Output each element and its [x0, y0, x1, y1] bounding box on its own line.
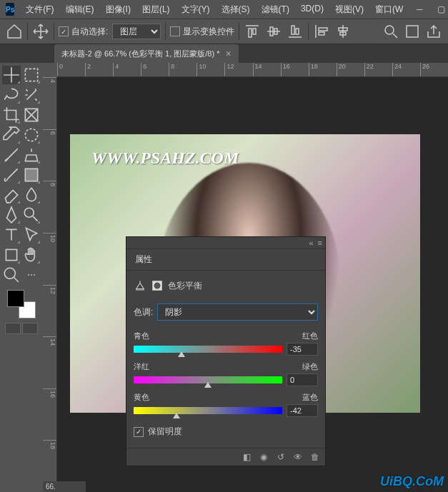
- clone-stamp-tool[interactable]: [22, 146, 41, 164]
- vertical-ruler[interactable]: 4681012141618: [43, 77, 57, 492]
- yellow-blue-track[interactable]: [134, 407, 282, 414]
- lasso-tool[interactable]: [2, 86, 21, 104]
- document-tabs: 未标题-2 @ 66.7% (色彩平衡 1, 图层蒙版/8) * ×: [0, 44, 448, 63]
- align-top-icon[interactable]: [244, 23, 261, 40]
- zoom-tool[interactable]: [2, 266, 21, 284]
- image-watermark: WWW.PSAHZ.COM: [91, 149, 239, 168]
- yellow-blue-thumb[interactable]: [173, 413, 180, 418]
- magenta-green-thumb[interactable]: [204, 382, 211, 388]
- rect-marquee-tool[interactable]: [22, 66, 41, 84]
- screen-mode-toggle[interactable]: [22, 323, 38, 334]
- crop-tool[interactable]: [2, 106, 21, 124]
- move-tool-icon[interactable]: [32, 23, 49, 40]
- menu-image[interactable]: 图像(I): [100, 1, 136, 19]
- patch-tool[interactable]: [22, 126, 41, 144]
- cyan-red-thumb[interactable]: [178, 351, 185, 357]
- view-previous-icon[interactable]: ◉: [258, 451, 269, 463]
- magic-wand-tool[interactable]: [22, 86, 41, 104]
- svg-point-7: [4, 268, 15, 278]
- reset-icon[interactable]: ↺: [275, 451, 287, 463]
- gradient-tool[interactable]: [22, 166, 41, 184]
- toolbox: ⋯: [0, 63, 43, 492]
- eyedropper-tool[interactable]: [2, 126, 21, 144]
- menu-view[interactable]: 视图(V): [329, 1, 369, 19]
- magenta-green-value[interactable]: [287, 373, 318, 386]
- magenta-green-slider: 洋红绿色: [134, 361, 318, 386]
- foreground-color[interactable]: [7, 290, 24, 307]
- menu-layer[interactable]: 图层(L): [136, 1, 176, 19]
- svg-rect-1: [407, 26, 418, 37]
- cyan-red-slider: 青色红色: [134, 331, 318, 356]
- adjustment-header: 色彩平衡: [134, 276, 318, 299]
- preserve-luminosity-checkbox[interactable]: 保留明度: [134, 426, 318, 438]
- menu-file[interactable]: 文件(F): [20, 1, 59, 19]
- move-tool[interactable]: [2, 66, 21, 84]
- hand-tool[interactable]: [22, 246, 41, 264]
- color-balance-icon: [134, 279, 146, 292]
- dodge-tool[interactable]: [22, 206, 41, 224]
- zoom-field[interactable]: 66.: [43, 481, 86, 492]
- eraser-tool[interactable]: [2, 186, 21, 204]
- edit-toolbar[interactable]: ⋯: [22, 266, 41, 284]
- adjustment-title: 色彩平衡: [168, 280, 202, 292]
- tone-dropdown[interactable]: 阴影: [157, 303, 318, 321]
- document-tab-title: 未标题-2 @ 66.7% (色彩平衡 1, 图层蒙版/8) *: [61, 49, 219, 59]
- brush-tool[interactable]: [2, 146, 21, 164]
- align-bottom-icon[interactable]: [287, 23, 304, 40]
- cyan-red-value[interactable]: [287, 343, 318, 356]
- mask-icon[interactable]: [151, 279, 164, 292]
- search-icon[interactable]: [382, 23, 399, 40]
- screen-mode-buttons: [5, 323, 38, 334]
- blur-tool[interactable]: [22, 186, 41, 204]
- window-controls: ─ ▢ ✕: [409, 0, 448, 19]
- magenta-green-track[interactable]: [134, 376, 282, 383]
- ruler-origin[interactable]: [43, 63, 57, 77]
- document-tab[interactable]: 未标题-2 @ 66.7% (色彩平衡 1, 图层蒙版/8) * ×: [54, 44, 239, 63]
- minimize-button[interactable]: ─: [409, 0, 430, 19]
- svg-point-0: [385, 26, 394, 34]
- panel-menu-icon[interactable]: ≡: [318, 239, 322, 247]
- color-swatches[interactable]: [7, 290, 36, 318]
- clip-to-layer-icon[interactable]: ◧: [241, 451, 252, 463]
- menu-filter[interactable]: 滤镜(T): [256, 1, 295, 19]
- align-vcenter-icon[interactable]: [265, 23, 282, 40]
- menu-bar: 文件(F) 编辑(E) 图像(I) 图层(L) 文字(Y) 选择(S) 滤镜(T…: [20, 1, 409, 19]
- svg-rect-2: [25, 69, 37, 81]
- delete-adjustment-icon[interactable]: 🗑: [309, 451, 321, 463]
- panel-collapse-icon[interactable]: «: [309, 239, 313, 247]
- horizontal-ruler[interactable]: 02468101214161820222426: [57, 63, 448, 77]
- properties-tab[interactable]: 属性: [126, 249, 161, 270]
- home-icon[interactable]: [6, 23, 23, 40]
- type-tool[interactable]: [2, 226, 21, 244]
- menu-select[interactable]: 选择(S): [216, 1, 256, 19]
- align-hcenter-icon[interactable]: [334, 23, 352, 40]
- cyan-red-track[interactable]: [134, 346, 282, 353]
- menu-type[interactable]: 文字(Y): [176, 1, 216, 19]
- align-left-icon[interactable]: [313, 23, 330, 40]
- show-transform-checkbox[interactable]: 显示变换控件: [170, 26, 234, 38]
- titlebar: Ps 文件(F) 编辑(E) 图像(I) 图层(L) 文字(Y) 选择(S) 滤…: [0, 0, 448, 19]
- share-icon[interactable]: [425, 23, 442, 40]
- history-brush-tool[interactable]: [2, 166, 21, 184]
- maximize-button[interactable]: ▢: [430, 0, 448, 19]
- svg-rect-6: [6, 249, 16, 260]
- app-logo: Ps: [6, 3, 14, 16]
- toggle-visibility-icon[interactable]: 👁: [292, 451, 304, 463]
- arrange-icon[interactable]: [404, 23, 421, 40]
- yellow-blue-value[interactable]: [287, 404, 318, 417]
- frame-tool[interactable]: [22, 106, 41, 124]
- menu-3d[interactable]: 3D(D): [295, 1, 329, 19]
- menu-edit[interactable]: 编辑(E): [60, 1, 100, 19]
- pen-tool[interactable]: [2, 206, 21, 224]
- tab-close-icon[interactable]: ×: [225, 48, 231, 59]
- shape-tool[interactable]: [2, 246, 21, 264]
- quickmask-toggle[interactable]: [5, 323, 21, 334]
- options-bar: 自动选择: 图层 显示变换控件: [0, 19, 448, 44]
- path-select-tool[interactable]: [22, 226, 41, 244]
- auto-select-checkbox[interactable]: 自动选择:: [59, 26, 108, 38]
- auto-select-target-dropdown[interactable]: 图层: [112, 24, 161, 39]
- panel-footer: ◧ ◉ ↺ 👁 🗑: [126, 448, 325, 466]
- yellow-blue-slider: 黄色蓝色: [134, 392, 318, 417]
- menu-window[interactable]: 窗口(W: [369, 1, 409, 19]
- svg-point-9: [154, 283, 161, 289]
